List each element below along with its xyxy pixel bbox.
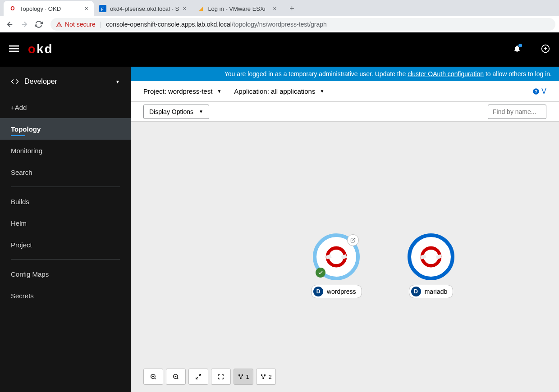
sidebar-item-builds[interactable]: Builds xyxy=(0,191,131,212)
zoom-out-button[interactable] xyxy=(166,369,186,385)
notification-dot xyxy=(518,44,522,47)
topology-node-mariadb[interactable]: D mariadb xyxy=(408,233,454,298)
sidebar-item-add[interactable]: +Add xyxy=(0,96,131,118)
deployment-badge: D xyxy=(411,287,421,296)
nav-divider xyxy=(11,259,120,260)
close-icon[interactable]: × xyxy=(273,5,276,12)
reset-view-button[interactable] xyxy=(211,369,231,385)
url-path: /topology/ns/wordpress-test/graph xyxy=(232,21,327,28)
notifications-icon[interactable] xyxy=(513,45,521,55)
svg-line-35 xyxy=(263,375,265,378)
new-tab-button[interactable]: + xyxy=(285,2,298,15)
app-header: o k d xyxy=(0,32,559,67)
svg-text:?: ? xyxy=(535,89,537,94)
tab-title: Log in - VMware ESXi xyxy=(208,5,269,12)
address-bar[interactable]: Not secure | console-openshift-console.a… xyxy=(50,18,555,31)
browser-toolbar: Not secure | console-openshift-console.a… xyxy=(0,16,559,32)
url-host: console-openshift-console.apps.lab.okd.l… xyxy=(106,21,232,28)
close-icon[interactable]: × xyxy=(85,5,88,12)
nav-divider xyxy=(11,187,120,187)
tab-favicon: ◢ xyxy=(197,5,204,12)
layout-2-button[interactable]: 2 xyxy=(256,369,276,385)
svg-line-22 xyxy=(177,378,179,379)
tab-title: okd4-pfsense.okd.local - S xyxy=(110,5,179,12)
okd-logo[interactable]: o k d xyxy=(28,41,64,58)
deployment-badge: D xyxy=(313,287,323,296)
close-icon[interactable]: × xyxy=(183,5,186,12)
sidebar-item-configmaps[interactable]: Config Maps xyxy=(0,263,131,285)
chevron-down-icon: ▼ xyxy=(199,109,203,114)
svg-rect-2 xyxy=(9,51,19,52)
perspective-label: Developer xyxy=(24,77,110,86)
status-ok-icon xyxy=(316,268,325,278)
forward-button[interactable] xyxy=(18,18,31,31)
application-selector[interactable]: Application: all applications ▼ xyxy=(234,87,324,95)
node-circle[interactable] xyxy=(313,233,360,280)
svg-line-34 xyxy=(262,375,264,378)
zoom-in-button[interactable] xyxy=(143,369,163,385)
node-name: wordpress xyxy=(327,288,356,295)
tab-favicon: pf xyxy=(99,5,106,12)
node-label[interactable]: D wordpress xyxy=(311,285,362,298)
chevron-down-icon: ▼ xyxy=(115,79,120,84)
topology-node-wordpress[interactable]: D wordpress xyxy=(311,233,362,298)
sidebar: Developer ▼ +Add Topology Monitoring Sea… xyxy=(0,67,131,392)
browser-tab-1[interactable]: O Topology · OKD × xyxy=(4,1,94,16)
toolbar: Display Options ▼ xyxy=(131,102,559,122)
browser-tab-3[interactable]: ◢ Log in - VMware ESXi × xyxy=(192,1,282,16)
svg-text:k: k xyxy=(37,42,44,56)
openshift-icon xyxy=(325,245,348,269)
svg-line-30 xyxy=(241,375,243,378)
route-decorator-icon[interactable] xyxy=(347,234,359,246)
sidebar-item-helm[interactable]: Helm xyxy=(0,212,131,234)
security-warning: Not secure xyxy=(56,21,96,28)
perspective-switcher[interactable]: Developer ▼ xyxy=(0,67,131,96)
openshift-icon xyxy=(419,245,443,269)
hamburger-menu-icon[interactable] xyxy=(9,44,19,55)
svg-rect-0 xyxy=(9,46,19,47)
layout-1-button[interactable]: 1 xyxy=(234,369,253,385)
chevron-down-icon: ▼ xyxy=(320,89,324,94)
svg-line-18 xyxy=(155,378,156,379)
search-input[interactable] xyxy=(488,105,546,119)
context-bar: Project: wordpress-test ▼ Application: a… xyxy=(131,81,559,102)
svg-text:o: o xyxy=(28,42,36,56)
display-options-dropdown[interactable]: Display Options ▼ xyxy=(143,105,209,119)
chevron-down-icon: ▼ xyxy=(217,89,221,94)
svg-rect-1 xyxy=(9,48,19,50)
tab-favicon: O xyxy=(9,5,16,12)
reload-button[interactable] xyxy=(32,18,45,31)
svg-text:d: d xyxy=(45,42,52,56)
node-label[interactable]: D mariadb xyxy=(409,285,454,298)
sidebar-item-search[interactable]: Search xyxy=(0,161,131,183)
sidebar-item-topology[interactable]: Topology xyxy=(0,118,131,140)
node-name: mariadb xyxy=(425,288,448,295)
view-shortcuts[interactable]: ? V xyxy=(532,87,546,96)
browser-tab-2[interactable]: pf okd4-pfsense.okd.local - S × xyxy=(94,1,192,16)
topology-canvas[interactable]: D wordpress D maria xyxy=(131,122,559,392)
add-icon[interactable] xyxy=(541,44,550,55)
browser-tab-strip: O Topology · OKD × pf okd4-pfsense.okd.l… xyxy=(0,0,559,16)
sidebar-item-secrets[interactable]: Secrets xyxy=(0,285,131,306)
oauth-config-link[interactable]: cluster OAuth configuration xyxy=(408,70,484,77)
back-button[interactable] xyxy=(4,18,16,31)
svg-line-29 xyxy=(239,375,241,378)
zoom-controls: 1 2 xyxy=(143,369,276,385)
main-content: You are logged in as a temporary adminis… xyxy=(131,67,559,392)
sidebar-item-monitoring[interactable]: Monitoring xyxy=(0,140,131,161)
project-selector[interactable]: Project: wordpress-test ▼ xyxy=(143,87,221,95)
sidebar-item-project[interactable]: Project xyxy=(0,234,131,255)
admin-banner: You are logged in as a temporary adminis… xyxy=(131,67,559,81)
fit-button[interactable] xyxy=(188,369,208,385)
tab-title: Topology · OKD xyxy=(20,5,81,12)
node-circle[interactable] xyxy=(408,233,454,280)
